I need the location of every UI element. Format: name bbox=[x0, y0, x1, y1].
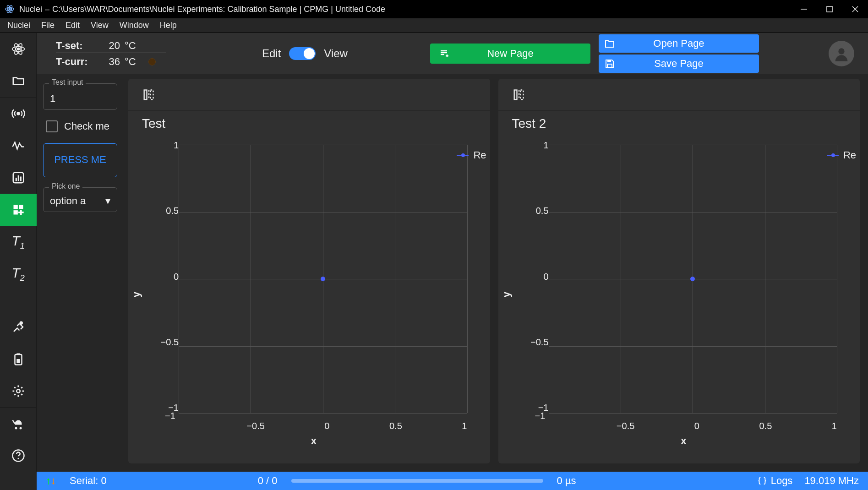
svg-point-24 bbox=[16, 389, 20, 393]
sidebar: T1 T2 bbox=[0, 33, 37, 472]
app-name: Nuclei bbox=[19, 5, 42, 14]
serial-status[interactable]: Serial: 0 bbox=[70, 475, 107, 487]
title-sep: – bbox=[45, 5, 49, 14]
t-set-value: 20 bbox=[99, 40, 120, 52]
svg-point-0 bbox=[9, 8, 11, 10]
svg-rect-22 bbox=[16, 354, 20, 355]
view-label: View bbox=[324, 47, 348, 60]
sidebar-atom-icon[interactable] bbox=[0, 33, 37, 65]
sidebar-battery-icon[interactable] bbox=[0, 343, 37, 375]
chart-panel-1: Test y x 10.50−0.5−1 −1 -1−0.500.51 Re bbox=[128, 79, 490, 463]
chart-1-xlabel: x bbox=[147, 435, 481, 447]
sidebar-waveform-icon[interactable] bbox=[0, 130, 37, 162]
edit-label: Edit bbox=[262, 47, 281, 60]
close-button[interactable] bbox=[842, 0, 868, 18]
t-set-unit: °C bbox=[125, 40, 141, 52]
sidebar-t2-icon[interactable]: T2 bbox=[0, 258, 37, 290]
status-bar: ↑↓ Serial: 0 0 / 0 0 µs Logs 19.019 MHz bbox=[37, 472, 868, 490]
chevron-down-icon: ▾ bbox=[105, 195, 110, 207]
braces-icon bbox=[757, 476, 767, 486]
chart-2-plot[interactable]: y x 10.50−0.5−1 −1 -1−0.500.51 Re bbox=[517, 140, 851, 450]
sidebar-help-icon[interactable] bbox=[0, 440, 37, 472]
open-page-button[interactable]: Open Page bbox=[599, 34, 759, 53]
t-curr-row: T-curr: 36 °C bbox=[56, 56, 166, 68]
user-avatar[interactable] bbox=[829, 41, 854, 66]
chart-1-corner-tick: −1 bbox=[165, 411, 175, 421]
folder-open-icon bbox=[604, 38, 615, 49]
chart-2-x-axis: -1−0.500.51 bbox=[549, 421, 837, 431]
menu-nuclei[interactable]: Nuclei bbox=[3, 19, 35, 32]
chart-2-legend: Re bbox=[827, 149, 856, 161]
svg-rect-14 bbox=[15, 178, 16, 181]
press-me-button[interactable]: PRESS ME bbox=[43, 143, 117, 177]
check-me-row[interactable]: Check me bbox=[43, 120, 117, 133]
svg-rect-15 bbox=[17, 175, 19, 181]
svg-rect-33 bbox=[144, 90, 147, 99]
menubar: Nuclei File Edit View Window Help bbox=[0, 18, 868, 33]
logs-button[interactable]: Logs bbox=[757, 475, 793, 487]
t-curr-value: 36 bbox=[99, 56, 120, 68]
chart-2-xlabel: x bbox=[517, 435, 851, 447]
chart-2-title: Test 2 bbox=[498, 111, 860, 131]
t-set-row[interactable]: T-set: 20 °C bbox=[56, 40, 166, 53]
sidebar-t1-icon[interactable]: T1 bbox=[0, 226, 37, 258]
check-me-checkbox[interactable] bbox=[46, 120, 58, 132]
window-titlebar: Nuclei – C:\Users\WAR\Documents\Nuclei E… bbox=[0, 0, 868, 18]
sidebar-bar-chart-icon[interactable] bbox=[0, 162, 37, 194]
chart-1-x-axis: -1−0.500.51 bbox=[179, 421, 467, 431]
frequency-display[interactable]: 19.019 MHz bbox=[804, 475, 859, 487]
chart-2-point bbox=[690, 277, 695, 281]
view-mode-toggle[interactable] bbox=[289, 47, 316, 60]
check-me-label: Check me bbox=[64, 120, 109, 133]
chart-2-y-axis: 10.50−0.5−1 bbox=[517, 140, 549, 413]
menu-window[interactable]: Window bbox=[115, 19, 153, 32]
t-curr-label: T-curr: bbox=[56, 56, 95, 68]
new-page-button[interactable]: New Page bbox=[430, 44, 590, 64]
svg-rect-30 bbox=[607, 64, 612, 67]
chart-2-ylabel: y bbox=[501, 292, 513, 297]
progress-bar bbox=[291, 479, 543, 483]
minimize-button[interactable] bbox=[791, 0, 817, 18]
connection-indicator-icon[interactable]: ↑↓ bbox=[46, 475, 56, 487]
panel-config-icon[interactable] bbox=[512, 88, 525, 101]
maximize-button[interactable] bbox=[817, 0, 842, 18]
open-page-label: Open Page bbox=[653, 38, 704, 49]
menu-view[interactable]: View bbox=[86, 19, 113, 32]
svg-point-12 bbox=[17, 113, 19, 115]
chart-1-legend: Re bbox=[457, 149, 486, 161]
sidebar-dig-icon[interactable] bbox=[0, 311, 37, 343]
playlist-add-icon bbox=[439, 48, 450, 59]
save-icon bbox=[604, 58, 615, 69]
chart-1-plot[interactable]: y x 10.50−0.5−1 −1 -1−0.500.51 Re bbox=[147, 140, 481, 450]
chart-1-title: Test bbox=[128, 111, 490, 131]
sidebar-signal-icon[interactable] bbox=[0, 98, 37, 130]
menu-edit[interactable]: Edit bbox=[61, 19, 84, 32]
pick-one-legend: Pick one bbox=[49, 182, 82, 191]
pick-one-field[interactable]: Pick one option a ▾ bbox=[43, 187, 117, 212]
panel-config-icon[interactable] bbox=[142, 88, 155, 101]
chart-1-y-axis: 10.50−0.5−1 bbox=[147, 140, 179, 413]
menu-help[interactable]: Help bbox=[155, 19, 181, 32]
chart-2-grid bbox=[549, 145, 837, 413]
test-input-field[interactable]: Test input bbox=[43, 83, 117, 110]
sidebar-folder-icon[interactable] bbox=[0, 65, 37, 97]
t-set-label: T-set: bbox=[56, 40, 95, 52]
pick-one-select[interactable]: option a ▾ bbox=[50, 195, 110, 207]
svg-point-32 bbox=[838, 48, 844, 54]
sidebar-stroller-icon[interactable] bbox=[0, 408, 37, 440]
sidebar-settings-icon[interactable] bbox=[0, 375, 37, 407]
sidebar-widgets-icon[interactable] bbox=[0, 194, 37, 226]
test-input[interactable] bbox=[50, 93, 110, 105]
test-input-legend: Test input bbox=[49, 78, 86, 87]
new-page-label: New Page bbox=[487, 48, 534, 60]
pick-one-value: option a bbox=[50, 195, 86, 207]
chart-1-grid bbox=[179, 145, 467, 413]
svg-rect-19 bbox=[13, 210, 17, 214]
main-content: Test input Check me PRESS ME Pick one op… bbox=[37, 74, 868, 472]
svg-rect-29 bbox=[607, 60, 611, 62]
chart-1-point bbox=[321, 277, 325, 281]
edit-view-switch: Edit View bbox=[262, 47, 348, 60]
svg-rect-38 bbox=[520, 90, 523, 99]
menu-file[interactable]: File bbox=[37, 19, 59, 32]
save-page-button[interactable]: Save Page bbox=[599, 54, 759, 73]
